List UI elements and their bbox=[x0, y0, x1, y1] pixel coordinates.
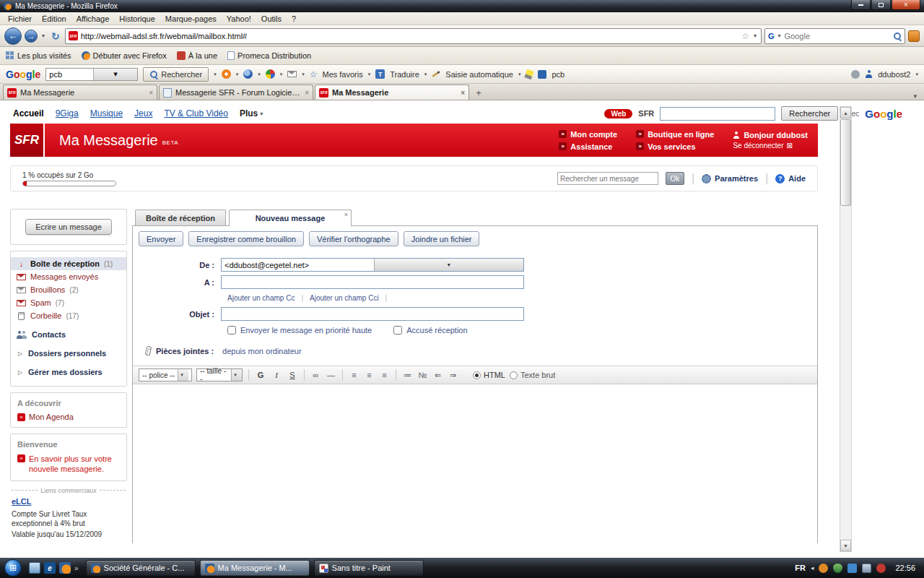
url-input[interactable] bbox=[81, 30, 738, 43]
sitesearch-dropdown-icon[interactable]: ▾ bbox=[236, 72, 239, 77]
scrollbar-thumb[interactable] bbox=[840, 119, 851, 206]
quick-launch-chevron-icon[interactable]: » bbox=[74, 564, 79, 572]
pcb-term-icon[interactable] bbox=[538, 70, 546, 79]
favorites-star-icon[interactable]: ☆ bbox=[310, 69, 318, 79]
menu-outils[interactable]: Outils bbox=[256, 14, 287, 24]
bookmark-most-visited[interactable]: Les plus visités bbox=[6, 51, 71, 60]
personal-folders-link[interactable]: ▷ Dossiers personnels bbox=[11, 347, 126, 360]
browser-search-input[interactable] bbox=[785, 30, 891, 43]
send-button[interactable]: Envoyer bbox=[139, 231, 183, 246]
logout-link[interactable]: Se déconnecter⊠ bbox=[733, 142, 792, 150]
manage-folders-link[interactable]: ▷ Gérer mes dossiers bbox=[11, 366, 126, 379]
reload-button[interactable]: ↻ bbox=[49, 30, 62, 42]
menu-aide[interactable]: ? bbox=[287, 14, 301, 24]
network-icon[interactable] bbox=[862, 564, 871, 573]
url-bar[interactable]: SFR ☆ ▾ bbox=[65, 28, 762, 44]
settings-link[interactable]: Paramètres bbox=[702, 174, 758, 184]
site-search-button[interactable]: Rechercher bbox=[781, 106, 838, 121]
toolbar-search-button[interactable]: Rechercher bbox=[143, 67, 209, 82]
nav-jeux[interactable]: Jeux bbox=[134, 108, 152, 118]
numbered-list-icon[interactable]: № bbox=[417, 371, 428, 379]
account-person-icon[interactable] bbox=[865, 70, 873, 78]
select-dropdown-icon[interactable]: ▾ bbox=[374, 259, 524, 271]
bookmark-star-icon[interactable]: ☆ bbox=[741, 31, 749, 41]
italic-button[interactable]: I bbox=[271, 371, 282, 379]
close-tab-icon[interactable]: × bbox=[461, 89, 465, 97]
nav-accueil[interactable]: Accueil bbox=[13, 108, 44, 118]
scroll-up-icon[interactable]: ▲ bbox=[840, 107, 851, 118]
subject-input[interactable] bbox=[221, 307, 524, 321]
close-button[interactable]: × bbox=[892, 0, 920, 10]
account-label[interactable]: ddubost2 bbox=[878, 70, 910, 79]
folder-inbox[interactable]: ↓ Boîte de réception (1) bbox=[11, 257, 126, 270]
url-dropdown-icon[interactable]: ▾ bbox=[752, 33, 758, 39]
bookmark-headlines[interactable]: À la une bbox=[177, 51, 217, 60]
tab-list-dropdown-icon[interactable]: ▾ bbox=[909, 92, 921, 100]
nav-tv-club-video[interactable]: TV & Club Vidéo bbox=[164, 108, 228, 118]
align-right-icon[interactable]: ≡ bbox=[379, 371, 390, 379]
vertical-scrollbar[interactable]: ▲ ▼ bbox=[840, 106, 852, 552]
to-input[interactable] bbox=[221, 275, 524, 289]
close-tab-icon[interactable]: × bbox=[149, 89, 153, 97]
size-select[interactable]: -- taille -- ▾ bbox=[196, 368, 243, 381]
receipt-checkbox[interactable] bbox=[393, 326, 402, 335]
browser-tab-3-active[interactable]: SFR Ma Messagerie × bbox=[315, 85, 469, 100]
gmail-icon[interactable] bbox=[287, 71, 297, 77]
tab-inbox[interactable]: Boîte de réception bbox=[135, 210, 226, 226]
menu-fichier[interactable]: Fichier bbox=[3, 14, 37, 24]
link-mon-compte[interactable]: »Mon compte bbox=[559, 130, 617, 139]
search-icon[interactable] bbox=[893, 32, 902, 40]
sitesearch-icon[interactable] bbox=[222, 69, 231, 79]
menu-historique[interactable]: Historique bbox=[114, 14, 160, 24]
link-vos-services[interactable]: »Vos services bbox=[636, 142, 714, 151]
security-shield-icon[interactable] bbox=[833, 564, 842, 573]
start-button[interactable]: ⊞ bbox=[4, 559, 22, 577]
outdent-icon[interactable]: ⇐ bbox=[432, 371, 443, 380]
menu-marque-pages[interactable]: Marque-pages bbox=[160, 14, 222, 24]
link-boutique[interactable]: »Boutique en ligne bbox=[636, 130, 714, 139]
browser-search-box[interactable]: G ▾ bbox=[764, 28, 905, 44]
favorites-dropdown-icon[interactable]: ▾ bbox=[368, 72, 371, 77]
menu-edition[interactable]: Édition bbox=[37, 14, 71, 24]
message-search-input[interactable] bbox=[557, 172, 658, 185]
contacts-link[interactable]: Contacts bbox=[11, 328, 126, 341]
back-button[interactable]: ← bbox=[4, 27, 22, 45]
welcome-link[interactable]: » En savoir plus sur votre nouvelle mess… bbox=[17, 454, 120, 475]
autofill-dropdown-icon[interactable]: ▾ bbox=[518, 72, 521, 77]
autofill-pencil-icon[interactable] bbox=[432, 71, 441, 77]
site-search-input[interactable] bbox=[660, 107, 775, 121]
align-left-icon[interactable]: ≡ bbox=[349, 371, 359, 379]
minimize-button[interactable] bbox=[851, 0, 871, 10]
link-assistance[interactable]: »Assistance bbox=[559, 142, 617, 151]
hidden-icons-chevron-icon[interactable]: ◂ bbox=[811, 564, 814, 571]
help-link[interactable]: ?Aide bbox=[775, 174, 806, 184]
history-dropdown-icon[interactable]: ▾ bbox=[40, 33, 46, 39]
add-cci-link[interactable]: Ajouter un champ Cci bbox=[310, 294, 379, 302]
language-indicator[interactable]: FR bbox=[795, 564, 806, 572]
add-cc-link[interactable]: Ajouter un champ Cc bbox=[227, 294, 295, 302]
nav-musique[interactable]: Musique bbox=[90, 108, 123, 118]
font-select[interactable]: -- police -- ▾ bbox=[139, 368, 192, 381]
from-select[interactable]: <ddubost@cegetel.net> ▾ bbox=[221, 258, 524, 272]
translate-label[interactable]: Traduire bbox=[390, 70, 419, 79]
task-paint[interactable]: Sans titre - Paint bbox=[314, 560, 424, 576]
highlighter-icon[interactable] bbox=[525, 69, 535, 79]
nav-plus[interactable]: Plus ▾ bbox=[240, 108, 263, 118]
bullet-list-icon[interactable]: ≔ bbox=[402, 371, 413, 380]
show-desktop-icon[interactable] bbox=[29, 562, 40, 574]
tab-new-message[interactable]: Nouveau message × bbox=[229, 210, 352, 226]
mode-html-radio[interactable]: HTML bbox=[473, 371, 505, 379]
internet-explorer-icon[interactable]: e bbox=[44, 562, 56, 574]
account-dropdown-icon[interactable]: ▾ bbox=[915, 72, 918, 77]
folder-drafts[interactable]: Brouillons (2) bbox=[11, 283, 126, 296]
align-center-icon[interactable]: ≡ bbox=[364, 371, 375, 379]
pagerank-dropdown-icon[interactable]: ▾ bbox=[258, 72, 261, 77]
agenda-link[interactable]: » Mon Agenda bbox=[17, 413, 120, 421]
clock[interactable]: 22:56 bbox=[891, 564, 920, 572]
gmail-dropdown-icon[interactable]: ▾ bbox=[302, 72, 305, 77]
search-ok-button[interactable]: Ok bbox=[666, 172, 684, 185]
save-draft-button[interactable]: Enregistrer comme brouillon bbox=[188, 231, 304, 246]
search-options-dropdown-icon[interactable]: ▾ bbox=[214, 72, 217, 77]
firefox-icon[interactable] bbox=[59, 562, 71, 574]
mode-plain-radio[interactable]: Texte brut bbox=[510, 371, 555, 379]
